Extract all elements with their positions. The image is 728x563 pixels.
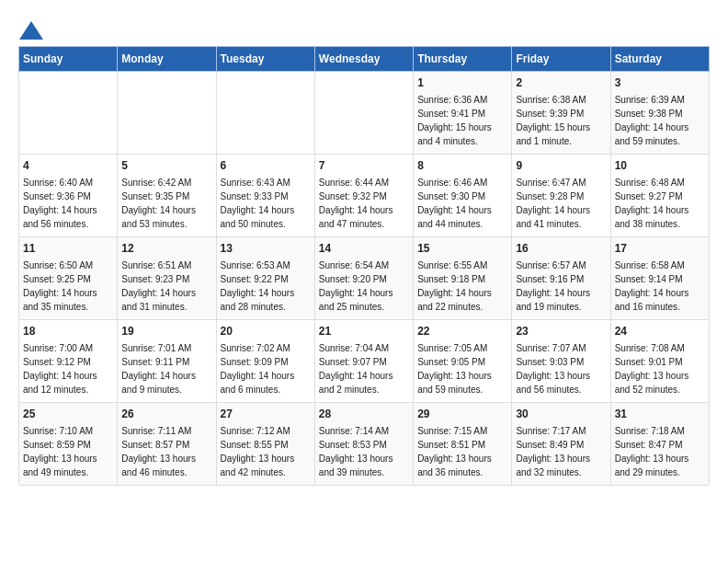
svg-marker-0 [19,21,43,40]
day-info: Sunrise: 6:47 AM Sunset: 9:28 PM Dayligh… [516,178,590,229]
calendar-cell: 11Sunrise: 6:50 AM Sunset: 9:25 PM Dayli… [19,237,118,320]
calendar-cell [216,72,314,155]
calendar-cell: 13Sunrise: 6:53 AM Sunset: 9:22 PM Dayli… [216,237,314,320]
calendar-week-2: 4Sunrise: 6:40 AM Sunset: 9:36 PM Daylig… [19,155,710,237]
calendar-cell: 26Sunrise: 7:11 AM Sunset: 8:57 PM Dayli… [118,403,216,486]
day-number: 5 [121,158,211,174]
day-info: Sunrise: 6:42 AM Sunset: 9:35 PM Dayligh… [121,178,196,229]
day-number: 13 [221,241,311,257]
calendar-cell: 20Sunrise: 7:02 AM Sunset: 9:09 PM Dayli… [216,320,314,403]
calendar-cell: 28Sunrise: 7:14 AM Sunset: 8:53 PM Dayli… [314,403,413,486]
day-info: Sunrise: 7:04 AM Sunset: 9:07 PM Dayligh… [319,343,393,395]
logo-icon [19,21,43,40]
day-number: 7 [319,158,409,174]
calendar-cell: 4Sunrise: 6:40 AM Sunset: 9:36 PM Daylig… [19,155,118,237]
day-info: Sunrise: 6:48 AM Sunset: 9:27 PM Dayligh… [615,178,689,229]
day-number: 22 [417,324,507,339]
day-info: Sunrise: 7:17 AM Sunset: 8:49 PM Dayligh… [516,426,590,477]
day-number: 3 [615,75,705,91]
day-number: 29 [417,407,507,422]
calendar-cell: 22Sunrise: 7:05 AM Sunset: 9:05 PM Dayli… [414,320,512,403]
header-friday: Friday [512,47,610,72]
day-info: Sunrise: 7:01 AM Sunset: 9:11 PM Dayligh… [121,343,196,395]
header-wednesday: Wednesday [314,47,413,72]
calendar-cell: 8Sunrise: 6:46 AM Sunset: 9:30 PM Daylig… [414,155,512,237]
day-info: Sunrise: 6:58 AM Sunset: 9:14 PM Dayligh… [615,260,689,312]
day-number: 26 [121,407,211,422]
day-number: 4 [23,158,113,174]
day-info: Sunrise: 7:00 AM Sunset: 9:12 PM Dayligh… [23,343,97,395]
calendar-week-3: 11Sunrise: 6:50 AM Sunset: 9:25 PM Dayli… [19,237,710,320]
day-number: 1 [417,75,507,91]
calendar-cell: 9Sunrise: 6:47 AM Sunset: 9:28 PM Daylig… [512,155,610,237]
day-info: Sunrise: 7:08 AM Sunset: 9:01 PM Dayligh… [615,343,689,395]
day-number: 16 [516,241,606,257]
day-number: 10 [615,158,705,174]
calendar-cell: 1Sunrise: 6:36 AM Sunset: 9:41 PM Daylig… [414,72,512,155]
day-number: 21 [319,324,409,339]
day-info: Sunrise: 7:11 AM Sunset: 8:57 PM Dayligh… [121,426,196,477]
header-thursday: Thursday [414,47,512,72]
day-info: Sunrise: 7:10 AM Sunset: 8:59 PM Dayligh… [23,426,97,477]
calendar-cell: 10Sunrise: 6:48 AM Sunset: 9:27 PM Dayli… [610,155,709,237]
day-number: 11 [23,241,113,257]
calendar-cell: 7Sunrise: 6:44 AM Sunset: 9:32 PM Daylig… [314,155,413,237]
header-sunday: Sunday [19,47,118,72]
day-info: Sunrise: 7:05 AM Sunset: 9:05 PM Dayligh… [417,343,492,395]
header-saturday: Saturday [610,47,709,72]
calendar-cell: 21Sunrise: 7:04 AM Sunset: 9:07 PM Dayli… [314,320,413,403]
day-number: 24 [615,324,705,339]
day-info: Sunrise: 6:43 AM Sunset: 9:33 PM Dayligh… [221,178,295,229]
day-info: Sunrise: 7:02 AM Sunset: 9:09 PM Dayligh… [221,343,295,395]
calendar-cell: 5Sunrise: 6:42 AM Sunset: 9:35 PM Daylig… [118,155,216,237]
page-header [18,18,710,37]
day-info: Sunrise: 7:12 AM Sunset: 8:55 PM Dayligh… [221,426,295,477]
calendar-cell: 27Sunrise: 7:12 AM Sunset: 8:55 PM Dayli… [216,403,314,486]
calendar-cell: 15Sunrise: 6:55 AM Sunset: 9:18 PM Dayli… [414,237,512,320]
day-info: Sunrise: 6:53 AM Sunset: 9:22 PM Dayligh… [221,260,295,312]
calendar-cell: 3Sunrise: 6:39 AM Sunset: 9:38 PM Daylig… [610,72,709,155]
day-info: Sunrise: 6:36 AM Sunset: 9:41 PM Dayligh… [417,95,492,146]
calendar-cell [118,72,216,155]
calendar-cell: 14Sunrise: 6:54 AM Sunset: 9:20 PM Dayli… [314,237,413,320]
day-number: 28 [319,407,409,422]
day-info: Sunrise: 7:15 AM Sunset: 8:51 PM Dayligh… [417,426,492,477]
calendar-cell: 25Sunrise: 7:10 AM Sunset: 8:59 PM Dayli… [19,403,118,486]
calendar-cell: 12Sunrise: 6:51 AM Sunset: 9:23 PM Dayli… [118,237,216,320]
calendar-cell: 30Sunrise: 7:17 AM Sunset: 8:49 PM Dayli… [512,403,610,486]
day-number: 19 [121,324,211,339]
day-number: 8 [417,158,507,174]
calendar-cell [19,72,118,155]
day-info: Sunrise: 7:07 AM Sunset: 9:03 PM Dayligh… [516,343,590,395]
calendar-cell: 17Sunrise: 6:58 AM Sunset: 9:14 PM Dayli… [610,237,709,320]
calendar-header-row: SundayMondayTuesdayWednesdayThursdayFrid… [19,47,710,72]
day-number: 6 [221,158,311,174]
day-info: Sunrise: 6:40 AM Sunset: 9:36 PM Dayligh… [23,178,97,229]
day-info: Sunrise: 6:51 AM Sunset: 9:23 PM Dayligh… [121,260,196,312]
day-info: Sunrise: 6:55 AM Sunset: 9:18 PM Dayligh… [417,260,492,312]
calendar-cell: 6Sunrise: 6:43 AM Sunset: 9:33 PM Daylig… [216,155,314,237]
day-number: 27 [221,407,311,422]
day-number: 25 [23,407,113,422]
day-info: Sunrise: 6:50 AM Sunset: 9:25 PM Dayligh… [23,260,97,312]
day-number: 20 [221,324,311,339]
calendar-week-1: 1Sunrise: 6:36 AM Sunset: 9:41 PM Daylig… [19,72,710,155]
day-info: Sunrise: 6:57 AM Sunset: 9:16 PM Dayligh… [516,260,590,312]
calendar-cell: 18Sunrise: 7:00 AM Sunset: 9:12 PM Dayli… [19,320,118,403]
calendar-cell: 31Sunrise: 7:18 AM Sunset: 8:47 PM Dayli… [610,403,709,486]
calendar-cell: 16Sunrise: 6:57 AM Sunset: 9:16 PM Dayli… [512,237,610,320]
day-number: 17 [615,241,705,257]
calendar-table: SundayMondayTuesdayWednesdayThursdayFrid… [18,46,710,486]
day-info: Sunrise: 6:54 AM Sunset: 9:20 PM Dayligh… [319,260,393,312]
day-info: Sunrise: 6:46 AM Sunset: 9:30 PM Dayligh… [417,178,492,229]
calendar-cell: 29Sunrise: 7:15 AM Sunset: 8:51 PM Dayli… [414,403,512,486]
calendar-cell: 19Sunrise: 7:01 AM Sunset: 9:11 PM Dayli… [118,320,216,403]
calendar-cell: 23Sunrise: 7:07 AM Sunset: 9:03 PM Dayli… [512,320,610,403]
day-number: 15 [417,241,507,257]
day-info: Sunrise: 6:44 AM Sunset: 9:32 PM Dayligh… [319,178,393,229]
day-number: 30 [516,407,606,422]
header-monday: Monday [118,47,216,72]
calendar-cell: 2Sunrise: 6:38 AM Sunset: 9:39 PM Daylig… [512,72,610,155]
day-info: Sunrise: 7:18 AM Sunset: 8:47 PM Dayligh… [615,426,689,477]
day-info: Sunrise: 6:38 AM Sunset: 9:39 PM Dayligh… [516,95,590,146]
